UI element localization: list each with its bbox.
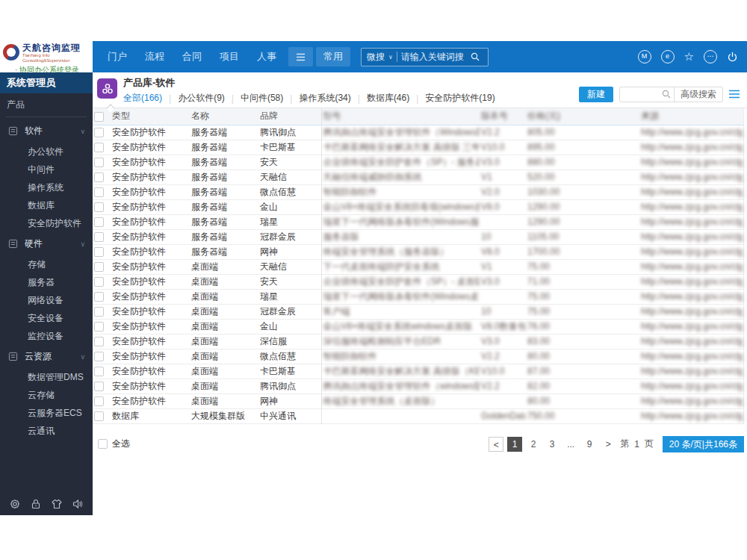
cell-source: http://www.zjcg.gov.cn/ctjg/ bbox=[639, 155, 744, 169]
cell-model: 终端安全管理系统（桌面版） bbox=[321, 393, 480, 408]
row-checkbox[interactable] bbox=[94, 352, 104, 361]
cell-model: 瑞星下一代网络版杀毒软件(Windows桌面版) bbox=[321, 289, 480, 304]
next-page-button[interactable]: > bbox=[601, 437, 616, 452]
row-checkbox[interactable] bbox=[94, 202, 104, 212]
sidebar-item-1-4[interactable]: 监控设备 bbox=[0, 327, 93, 345]
page-size-badge[interactable]: 20 条/页|共166条 bbox=[663, 436, 744, 452]
row-checkbox[interactable] bbox=[94, 411, 104, 421]
prev-page-button[interactable]: < bbox=[489, 437, 503, 452]
cell-name: 服务器端 bbox=[190, 199, 258, 214]
nav-search[interactable]: 微搜 ∨ 请输入关键词搜 bbox=[361, 48, 489, 66]
tab-3[interactable]: 操作系统(34) bbox=[292, 92, 357, 105]
nav-item-0[interactable]: 门户 bbox=[99, 41, 136, 72]
row-checkbox[interactable] bbox=[94, 292, 104, 302]
row-checkbox[interactable] bbox=[94, 382, 104, 391]
tab-0[interactable]: 全部(166) bbox=[123, 92, 169, 105]
nav-item-1[interactable]: 流程 bbox=[136, 41, 173, 72]
row-checkbox[interactable] bbox=[94, 337, 104, 346]
cell-brand: 微点佰慧 bbox=[258, 349, 321, 364]
table-row: 数据库大规模集群版中兴通讯GoldenData s…750.00http://w… bbox=[93, 408, 744, 423]
new-button[interactable]: 新建 bbox=[579, 87, 613, 102]
sidebar-item-2-3[interactable]: 云通讯 bbox=[0, 422, 93, 440]
nav-common-button[interactable]: 常用 bbox=[316, 47, 350, 66]
page-button-9[interactable]: 9 bbox=[582, 437, 597, 452]
settings-gear-icon[interactable] bbox=[9, 498, 21, 510]
tab-2[interactable]: 中间件(58) bbox=[234, 92, 290, 105]
cell-name: 桌面端 bbox=[190, 304, 258, 319]
cell-model: 天融信终端威胁防御系统 bbox=[321, 169, 480, 184]
nav-menu-button[interactable] bbox=[288, 47, 313, 66]
sidebar-group-1[interactable]: 硬件∨ bbox=[0, 232, 93, 255]
cell-price: 1290.00 bbox=[526, 199, 639, 214]
sidebar-item-1-0[interactable]: 存储 bbox=[0, 255, 93, 273]
sidebar-item-0-4[interactable]: 安全防护软件 bbox=[0, 214, 93, 232]
sidebar-item-0-0[interactable]: 办公软件 bbox=[0, 143, 93, 161]
sidebar-item-1-2[interactable]: 网络设备 bbox=[0, 291, 93, 309]
cell-type: 安全防护软件 bbox=[111, 244, 190, 259]
favorite-star-icon[interactable]: ☆ bbox=[684, 51, 694, 63]
row-checkbox[interactable] bbox=[94, 143, 104, 152]
sidebar-item-0-3[interactable]: 数据库 bbox=[0, 196, 93, 214]
row-checkbox[interactable] bbox=[94, 187, 104, 197]
sidebar-item-2-0[interactable]: 数据管理DMS bbox=[0, 368, 93, 386]
nav-item-2[interactable]: 合同 bbox=[173, 41, 211, 72]
global-search-input[interactable]: 请输入关键词搜 bbox=[401, 51, 464, 63]
sidebar-item-0-2[interactable]: 操作系统 bbox=[0, 178, 93, 196]
sidebar-section-product[interactable]: 产品 bbox=[0, 93, 93, 116]
row-checkbox[interactable] bbox=[94, 172, 104, 182]
search-icon[interactable] bbox=[471, 52, 480, 61]
cell-version: V2.2 bbox=[480, 349, 526, 364]
row-checkbox[interactable] bbox=[94, 307, 104, 317]
speaker-icon[interactable] bbox=[72, 498, 84, 510]
message-m-icon[interactable]: M bbox=[638, 50, 651, 63]
sidebar-item-2-2[interactable]: 云服务器ECS bbox=[0, 404, 93, 422]
list-view-icon[interactable] bbox=[729, 90, 740, 99]
power-icon[interactable] bbox=[727, 52, 738, 63]
row-checkbox[interactable] bbox=[94, 247, 104, 257]
tab-1[interactable]: 办公软件(9) bbox=[171, 92, 232, 105]
row-checkbox[interactable] bbox=[94, 232, 104, 242]
table-search-input[interactable] bbox=[620, 87, 659, 102]
nav-item-3[interactable]: 项目 bbox=[211, 41, 248, 72]
sidebar-group-label: 软件 bbox=[25, 125, 43, 137]
select-all[interactable]: 全选 bbox=[98, 438, 130, 450]
row-checkbox[interactable] bbox=[94, 367, 104, 376]
sidebar-group-2[interactable]: 云资源∨ bbox=[0, 345, 93, 368]
cell-model bbox=[321, 408, 480, 423]
cell-model: 服务器版 bbox=[321, 229, 480, 244]
row-checkbox[interactable] bbox=[94, 217, 104, 227]
sidebar-group-0[interactable]: 软件∨ bbox=[0, 119, 93, 143]
select-all-checkbox[interactable] bbox=[98, 439, 108, 449]
page-button-3[interactable]: 3 bbox=[545, 437, 560, 452]
row-checkbox[interactable] bbox=[94, 158, 104, 167]
cell-source: http://www.zjcg.gov.cn/ctjg/ bbox=[639, 393, 744, 408]
table-row: 安全防护软件服务器端天融信天融信终端威胁防御系统V1520.00http://w… bbox=[93, 169, 744, 184]
row-checkbox[interactable] bbox=[94, 277, 104, 287]
advanced-search-link[interactable]: 高级搜索 bbox=[674, 87, 722, 102]
theme-shirt-icon[interactable] bbox=[51, 498, 63, 510]
sidebar-item-0-1[interactable]: 中间件 bbox=[0, 161, 93, 178]
tab-4[interactable]: 数据库(46) bbox=[360, 92, 416, 105]
sidebar-item-1-3[interactable]: 安全设备 bbox=[0, 309, 93, 327]
document-icon bbox=[8, 352, 18, 361]
search-scope-label[interactable]: 微搜 bbox=[367, 51, 385, 63]
cell-model: 金山V8+终端安全系统防毒墙(windows服务器版) bbox=[321, 199, 480, 214]
jump-page-input[interactable]: 1 bbox=[634, 439, 639, 449]
page-button-1[interactable]: 1 bbox=[507, 437, 522, 452]
search-icon[interactable] bbox=[662, 90, 671, 99]
tab-5[interactable]: 安全防护软件(19) bbox=[418, 92, 501, 105]
row-checkbox[interactable] bbox=[94, 322, 104, 332]
page-button-2[interactable]: 2 bbox=[526, 437, 541, 452]
row-checkbox[interactable] bbox=[94, 128, 104, 137]
row-checkbox[interactable] bbox=[94, 262, 104, 272]
cell-price: 805.00 bbox=[526, 125, 639, 140]
cell-brand: 瑞星 bbox=[258, 214, 321, 229]
mail-e-icon[interactable]: e bbox=[661, 50, 675, 63]
row-checkbox[interactable] bbox=[94, 396, 104, 406]
nav-item-4[interactable]: 人事 bbox=[248, 41, 285, 72]
more-dots-icon[interactable]: ⋯ bbox=[704, 50, 717, 63]
header-checkbox[interactable] bbox=[94, 112, 104, 122]
sidebar-item-2-1[interactable]: 云存储 bbox=[0, 386, 93, 404]
lock-icon[interactable] bbox=[30, 498, 42, 510]
sidebar-item-1-1[interactable]: 服务器 bbox=[0, 273, 93, 291]
